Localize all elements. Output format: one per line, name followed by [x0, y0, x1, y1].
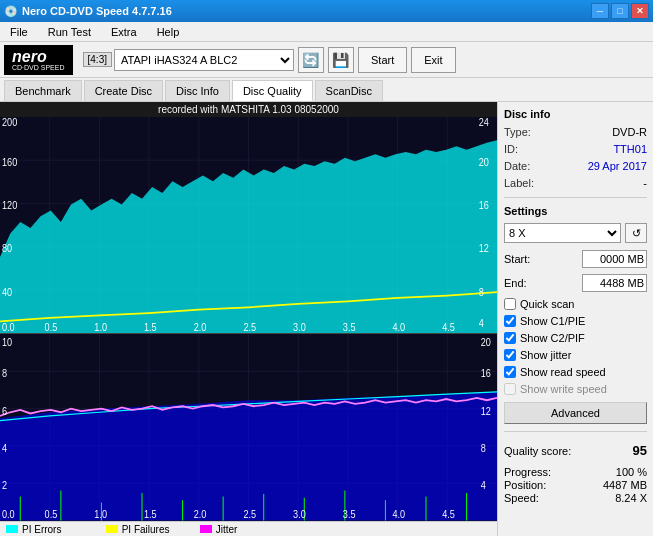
tab-scan-disc[interactable]: ScanDisc: [315, 80, 383, 101]
show-write-speed-checkbox: [504, 383, 516, 395]
tab-benchmark[interactable]: Benchmark: [4, 80, 82, 101]
progress-row: Progress: 100 %: [504, 466, 647, 478]
show-read-speed-row: Show read speed: [504, 366, 647, 378]
svg-text:2: 2: [2, 480, 7, 492]
show-read-speed-checkbox[interactable]: [504, 366, 516, 378]
tab-disc-info[interactable]: Disc Info: [165, 80, 230, 101]
toolbar: nero CD·DVD SPEED [4:3] ATAPI iHAS324 A …: [0, 42, 653, 78]
svg-text:1.0: 1.0: [94, 321, 107, 333]
svg-text:4.0: 4.0: [393, 508, 406, 520]
divider-1: [504, 197, 647, 198]
settings-title: Settings: [504, 205, 647, 217]
menu-run-test[interactable]: Run Test: [42, 24, 97, 40]
progress-value: 100 %: [616, 466, 647, 478]
svg-text:3.5: 3.5: [343, 508, 356, 520]
tab-create-disc[interactable]: Create Disc: [84, 80, 163, 101]
label-value: -: [643, 177, 647, 189]
menubar: File Run Test Extra Help: [0, 22, 653, 42]
svg-text:80: 80: [2, 243, 13, 255]
legend-area: PI Errors Average: 73.46 Maximum: 141 To…: [0, 521, 497, 536]
start-button[interactable]: Start: [358, 47, 407, 73]
show-c1-checkbox[interactable]: [504, 315, 516, 327]
pi-errors-label: PI Errors: [22, 524, 61, 535]
speed-row: 8 X Max 4 X 12 X 16 X ↺: [504, 223, 647, 243]
position-row: Position: 4487 MB: [504, 479, 647, 491]
show-write-speed-label: Show write speed: [520, 383, 607, 395]
drive-select[interactable]: ATAPI iHAS324 A BLC2: [114, 49, 294, 71]
progress-section: Progress: 100 % Position: 4487 MB Speed:…: [504, 466, 647, 505]
menu-help[interactable]: Help: [151, 24, 186, 40]
start-row: Start:: [504, 250, 647, 268]
end-label: End:: [504, 277, 527, 289]
quick-scan-checkbox[interactable]: [504, 298, 516, 310]
show-write-speed-row: Show write speed: [504, 383, 647, 395]
refresh-button[interactable]: 🔄: [298, 47, 324, 73]
svg-text:0.5: 0.5: [45, 321, 58, 333]
titlebar-controls[interactable]: ─ □ ✕: [591, 3, 649, 19]
svg-text:2.0: 2.0: [194, 508, 207, 520]
speed-refresh-button[interactable]: ↺: [625, 223, 647, 243]
quality-score-row: Quality score: 95: [504, 443, 647, 458]
titlebar: 💿 Nero CD-DVD Speed 4.7.7.16 ─ □ ✕: [0, 0, 653, 22]
logo-nero: nero: [12, 48, 47, 65]
advanced-button[interactable]: Advanced: [504, 402, 647, 424]
svg-text:16: 16: [481, 368, 492, 380]
disc-id-row: ID: TTH01: [504, 143, 647, 155]
minimize-button[interactable]: ─: [591, 3, 609, 19]
menu-file[interactable]: File: [4, 24, 34, 40]
id-value: TTH01: [613, 143, 647, 155]
id-label: ID:: [504, 143, 518, 155]
end-input[interactable]: [582, 274, 647, 292]
svg-text:8: 8: [479, 286, 485, 298]
type-value: DVD-R: [612, 126, 647, 138]
svg-text:8: 8: [481, 442, 486, 454]
bottom-chart: 10 8 6 4 2 20 16 12 8 4 0.0 0.5 1.0 1.5 …: [0, 334, 497, 521]
maximize-button[interactable]: □: [611, 3, 629, 19]
show-jitter-row: Show jitter: [504, 349, 647, 361]
jitter-color: [200, 525, 212, 533]
position-label: Position:: [504, 479, 546, 491]
top-chart-svg: 200 160 120 80 40 24 20 16 12 8 4 0.0 0.…: [0, 117, 497, 333]
titlebar-left: 💿 Nero CD-DVD Speed 4.7.7.16: [4, 5, 172, 18]
date-value: 29 Apr 2017: [588, 160, 647, 172]
svg-text:20: 20: [479, 156, 490, 168]
speed-result-row: Speed: 8.24 X: [504, 492, 647, 504]
quick-scan-label: Quick scan: [520, 298, 574, 310]
position-value: 4487 MB: [603, 479, 647, 491]
show-c2-row: Show C2/PIF: [504, 332, 647, 344]
exit-button[interactable]: Exit: [411, 47, 455, 73]
svg-text:3.5: 3.5: [343, 321, 356, 333]
svg-text:12: 12: [481, 405, 492, 417]
svg-text:1.5: 1.5: [144, 508, 157, 520]
svg-text:24: 24: [479, 117, 490, 128]
show-read-speed-label: Show read speed: [520, 366, 606, 378]
menu-extra[interactable]: Extra: [105, 24, 143, 40]
svg-text:0.0: 0.0: [2, 321, 15, 333]
svg-text:4: 4: [2, 442, 7, 454]
svg-text:4: 4: [479, 318, 485, 330]
chart-area: recorded with MATSHITA 1.03 08052000: [0, 102, 498, 536]
show-c2-checkbox[interactable]: [504, 332, 516, 344]
show-jitter-checkbox[interactable]: [504, 349, 516, 361]
progress-label: Progress:: [504, 466, 551, 478]
chart-title: recorded with MATSHITA 1.03 08052000: [0, 102, 497, 117]
svg-text:0.0: 0.0: [2, 508, 15, 520]
end-row: End:: [504, 274, 647, 292]
close-button[interactable]: ✕: [631, 3, 649, 19]
ratio-badge: [4:3]: [83, 52, 112, 67]
jitter-label: Jitter: [216, 524, 238, 535]
svg-text:4.0: 4.0: [393, 321, 406, 333]
tab-disc-quality[interactable]: Disc Quality: [232, 80, 313, 101]
svg-text:20: 20: [481, 336, 492, 348]
start-label: Start:: [504, 253, 530, 265]
svg-text:200: 200: [2, 117, 18, 128]
save-button[interactable]: 💾: [328, 47, 354, 73]
app-icon: 💿: [4, 5, 18, 18]
start-input[interactable]: [582, 250, 647, 268]
right-panel: Disc info Type: DVD-R ID: TTH01 Date: 29…: [498, 102, 653, 536]
disc-label-row: Label: -: [504, 177, 647, 189]
quality-score-value: 95: [633, 443, 647, 458]
logo-sub: CD·DVD SPEED: [12, 64, 65, 71]
divider-2: [504, 431, 647, 432]
speed-select[interactable]: 8 X Max 4 X 12 X 16 X: [504, 223, 621, 243]
